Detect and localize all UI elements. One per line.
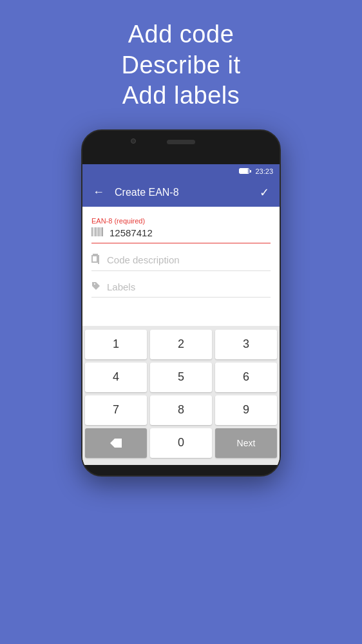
keyboard-row-1: 1 2 3 [85,330,277,359]
battery-fill [240,169,248,173]
key-4[interactable]: 4 [85,363,147,392]
key-9[interactable]: 9 [215,395,277,425]
battery-icon [239,168,249,174]
svg-rect-4 [99,227,100,236]
description-placeholder: Code description [107,254,271,265]
description-field-row[interactable]: Code description [91,254,271,271]
svg-rect-0 [91,227,93,236]
svg-rect-5 [100,227,101,236]
keyboard-row-2: 4 5 6 [85,363,277,392]
form-area: EAN-8 (required) [82,207,280,313]
phone-top-bar [82,131,280,164]
key-2[interactable]: 2 [150,330,212,359]
description-icon [91,254,100,267]
hero-line2: Describe it [122,52,241,79]
next-button[interactable]: Next [215,428,277,458]
check-icon[interactable]: ✓ [257,183,272,202]
numeric-keyboard: 1 2 3 4 5 6 7 8 9 [82,326,280,465]
status-time: 23:23 [255,167,273,175]
ean-field-group: EAN-8 (required) [91,217,271,243]
ean-label: EAN-8 (required) [91,217,271,225]
form-spacer [82,313,280,326]
ean-value: 12587412 [110,227,271,238]
phone-mockup: 23:23 ← Create EAN-8 ✓ EAN-8 (required) [0,129,362,477]
app-bar: ← Create EAN-8 ✓ [82,178,280,207]
svg-rect-3 [97,227,98,236]
key-3[interactable]: 3 [215,330,277,359]
svg-rect-1 [94,227,95,236]
keyboard-row-4: 0 Next [85,428,277,458]
phone-bottom-bar [82,465,280,475]
phone-camera [131,138,136,144]
description-field-group: Code description [91,254,271,271]
labels-field-row[interactable]: Labels [91,281,271,298]
phone-frame: 23:23 ← Create EAN-8 ✓ EAN-8 (required) [81,129,281,477]
ean-field-row[interactable]: 12587412 [91,227,271,243]
svg-rect-2 [95,227,97,236]
hero-text: Add code Describe it Add labels [122,19,241,111]
labels-placeholder: Labels [107,281,271,292]
status-right: 23:23 [239,167,273,175]
app-bar-title: Create EAN-8 [115,187,257,198]
label-icon [91,281,100,293]
phone-speaker [167,140,195,144]
key-5[interactable]: 5 [150,363,212,392]
labels-field-group: Labels [91,281,271,298]
barcode-icon [91,227,103,239]
key-backspace[interactable] [85,428,147,458]
key-0[interactable]: 0 [150,428,212,458]
key-6[interactable]: 6 [215,363,277,392]
status-bar: 23:23 [82,164,280,178]
key-1[interactable]: 1 [85,330,147,359]
phone-screen: 23:23 ← Create EAN-8 ✓ EAN-8 (required) [82,164,280,465]
keyboard-row-3: 7 8 9 [85,395,277,425]
key-8[interactable]: 8 [150,395,212,425]
hero-line3: Add labels [122,82,240,109]
back-icon[interactable]: ← [90,183,107,202]
svg-rect-6 [102,227,104,236]
hero-line1: Add code [128,21,234,48]
key-7[interactable]: 7 [85,395,147,425]
